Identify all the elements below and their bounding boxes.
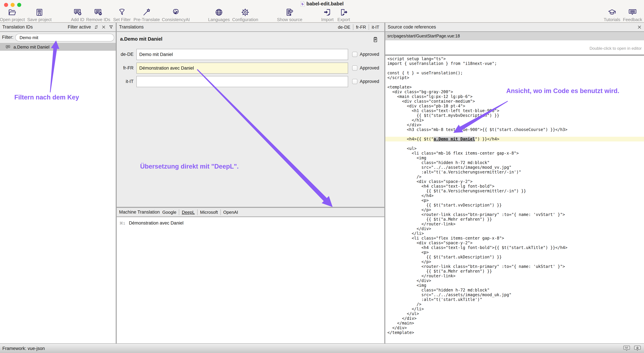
annotation-deepl-note: Übersetzung direkt mit "DeepL". bbox=[140, 163, 239, 170]
code-line: </h4> bbox=[385, 193, 644, 198]
source-code-panel: Source code references src/pages/start/G… bbox=[385, 23, 644, 343]
comment-note-button[interactable] bbox=[372, 36, 379, 44]
code-line: </div> bbox=[385, 316, 644, 321]
show-source-button[interactable]: Show source bbox=[274, 8, 306, 22]
filter-row: Filter: bbox=[0, 32, 116, 43]
machine-translation-result-row[interactable]: ⌘1 Démonstration avec Daniel bbox=[120, 220, 184, 226]
translation-ids-header: Translation IDs Filter active bbox=[0, 23, 116, 32]
translation-input-de-DE[interactable] bbox=[136, 49, 348, 60]
window-title: b babel-edit.babel bbox=[0, 1, 644, 8]
approved-checkbox-fr-FR[interactable] bbox=[352, 65, 357, 71]
close-icon bbox=[102, 25, 106, 29]
brain-check-icon bbox=[172, 8, 180, 17]
translation-ids-panel: Translation IDs Filter active Filter: bbox=[0, 23, 116, 343]
approved-label: Approved bbox=[360, 52, 379, 57]
document-eye-icon bbox=[285, 8, 294, 17]
code-line: <li class="flex items-center gap-x-8"> bbox=[385, 236, 644, 241]
document-icon: b bbox=[300, 1, 305, 8]
funnel-icon bbox=[118, 8, 126, 17]
notepad-icon bbox=[372, 36, 379, 43]
magic-wand-icon bbox=[142, 8, 151, 17]
toolbar: Open project Save project Add ID Remove … bbox=[0, 8, 644, 23]
code-line: <div class="container-medium"> bbox=[385, 99, 644, 104]
refresh-filter-button[interactable] bbox=[94, 25, 98, 29]
provider-buttons: Google DeepL Microsoft OpenAI bbox=[160, 209, 241, 215]
translation-input-it-IT[interactable] bbox=[136, 76, 348, 87]
approved-checkbox-de-DE[interactable] bbox=[352, 52, 357, 57]
approved-checkbox-it-IT[interactable] bbox=[352, 79, 357, 84]
folder-open-icon bbox=[8, 8, 17, 17]
annotation-filter-note: Filtern nach dem Key bbox=[14, 94, 79, 101]
provider-deepl-button[interactable]: DeepL bbox=[179, 209, 197, 215]
row-lang-label: de-DE bbox=[120, 52, 134, 57]
source-divider bbox=[385, 55, 644, 56]
code-line: </template> bbox=[385, 330, 644, 335]
code-line: const { t } = useTranslation(); bbox=[385, 71, 644, 75]
filter-options-button[interactable] bbox=[109, 25, 113, 29]
provider-microsoft-button[interactable]: Microsoft bbox=[197, 209, 220, 215]
translation-id-label: a.Demo mit Daniel bbox=[14, 45, 50, 50]
bubble-waves-icon bbox=[623, 344, 630, 352]
code-line: </div> bbox=[385, 325, 644, 330]
funnel-icon bbox=[109, 25, 113, 29]
translation-row-fr-FR: fr-FR Approved bbox=[117, 63, 384, 74]
source-reference-path: src/pages/start/GuestStartPage.vue:18 bbox=[387, 34, 460, 39]
code-line: <router-link class="btn-primary" :to="{ … bbox=[385, 264, 644, 269]
code-line: <div class="space-y-2"> bbox=[385, 179, 644, 184]
code-line: <h4 class="text-lg font-bold">{{ $t("sta… bbox=[385, 245, 644, 250]
code-line: :alt="t('a.Versicherungsvermittler/-in')… bbox=[385, 170, 644, 174]
translations-title: Translations bbox=[119, 25, 144, 30]
provider-openai-button[interactable]: OpenAI bbox=[220, 209, 241, 215]
code-line: </main> bbox=[385, 321, 644, 325]
code-line: </script> bbox=[385, 75, 644, 80]
feedback-button[interactable]: Feedback bbox=[616, 8, 644, 22]
code-line: </p> bbox=[385, 259, 644, 264]
consistency-ai-button[interactable]: ConsistencyAI bbox=[160, 8, 192, 22]
favorites-button[interactable] bbox=[634, 344, 641, 353]
globe-icon bbox=[214, 8, 223, 17]
code-line: <h3 class="mb-8 text-blue-900">{{ $t("st… bbox=[385, 127, 644, 132]
filter-input[interactable] bbox=[15, 34, 114, 42]
lang-button-fr-FR[interactable]: fr-FR bbox=[353, 24, 369, 30]
machine-translation-body: ⌘1 Démonstration avec Daniel bbox=[117, 217, 384, 343]
source-code-header: Source code references bbox=[385, 23, 644, 32]
lang-button-it-IT[interactable]: it-IT bbox=[369, 24, 382, 30]
translation-id-item[interactable]: a.Demo mit Daniel bbox=[0, 43, 116, 51]
code-line: <h1 class="text-left text-blue-900"> bbox=[385, 108, 644, 113]
code-line: </p> bbox=[385, 207, 644, 212]
translation-ids-title: Translation IDs bbox=[2, 25, 33, 30]
code-line: <h4>{{ $t("a.Demo mit Daniel") }}</h4> bbox=[385, 137, 644, 141]
save-project-button[interactable]: Save project bbox=[24, 8, 56, 22]
export-button[interactable]: Export bbox=[328, 8, 360, 22]
machine-translation-title: Machine Translation bbox=[119, 210, 160, 215]
provider-google-button[interactable]: Google bbox=[160, 209, 179, 215]
code-line: src="../../assets/images/mood_vv.jpg" bbox=[385, 165, 644, 170]
code-line: <p> bbox=[385, 198, 644, 203]
translation-memory-button[interactable] bbox=[623, 344, 630, 353]
code-line bbox=[385, 80, 644, 85]
close-icon bbox=[637, 25, 642, 29]
code-line: {{ $t("a.Mehr erfahren") }} bbox=[385, 217, 644, 222]
code-line: /> bbox=[385, 174, 644, 179]
code-line bbox=[385, 66, 644, 71]
code-line: <main class="lg:px-12 lg:pb-6"> bbox=[385, 94, 644, 99]
clear-filter-button[interactable] bbox=[102, 25, 106, 29]
code-line: <li class="mb-16 flex items-center gap-x… bbox=[385, 151, 644, 156]
highlighted-translation-key[interactable]: a.Demo mit Daniel bbox=[434, 137, 475, 141]
code-line: </div> bbox=[385, 226, 644, 231]
configuration-button[interactable]: Configuration bbox=[229, 8, 261, 22]
translation-input-fr-FR[interactable] bbox=[136, 63, 348, 74]
code-line: {{ $t("start.myvbvDescription") }} bbox=[385, 113, 644, 118]
source-reference-row[interactable]: src/pages/start/GuestStartPage.vue:18 bbox=[385, 32, 644, 40]
lang-button-de-DE[interactable]: de-DE bbox=[335, 24, 353, 30]
code-line bbox=[385, 141, 644, 146]
code-line: class="hidden h-72 md:block" bbox=[385, 288, 644, 292]
code-line: /> bbox=[385, 302, 644, 307]
code-line: <ul> bbox=[385, 146, 644, 151]
translation-id-list: a.Demo mit Daniel bbox=[0, 43, 116, 51]
workspace: Translation IDs Filter active Filter: bbox=[0, 23, 644, 343]
pre-translate-button[interactable]: Pre-Translate bbox=[131, 8, 163, 22]
row-lang-label: fr-FR bbox=[120, 65, 134, 71]
close-source-panel-button[interactable] bbox=[637, 25, 642, 29]
code-view: <script setup lang="ts">import { useTran… bbox=[385, 56, 644, 335]
